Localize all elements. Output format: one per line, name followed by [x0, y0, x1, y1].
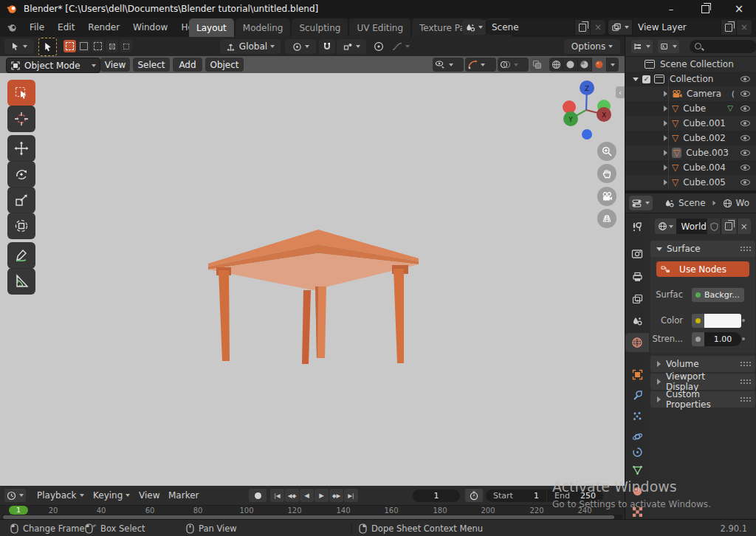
falloff-dropdown[interactable] — [388, 39, 413, 54]
tab-constraints[interactable] — [625, 443, 649, 461]
breadcrumb-scene[interactable]: Scene — [678, 198, 706, 208]
timeline-view-menu[interactable]: View — [139, 486, 159, 505]
tab-scene[interactable] — [625, 312, 649, 330]
viewport-perspective-button[interactable] — [597, 209, 616, 228]
toolbar-measure-button[interactable] — [7, 268, 35, 295]
snap-target-dropdown[interactable] — [337, 39, 366, 54]
tab-view-layer[interactable] — [625, 290, 649, 308]
outliner-row-collection[interactable]: Collection — [625, 72, 756, 86]
toolbar-rotate-button[interactable] — [7, 161, 35, 188]
scene-name-field[interactable]: Scene — [487, 20, 574, 35]
gizmos-dropdown[interactable] — [465, 58, 496, 72]
view-layer-new-button[interactable] — [721, 20, 736, 35]
xray-toggle-button[interactable] — [530, 58, 551, 72]
outliner-row-cube002[interactable]: Cube.002 — [625, 131, 756, 145]
scene-browse-button[interactable] — [462, 20, 487, 35]
3d-viewport-canvas[interactable] — [0, 56, 625, 486]
jump-to-end-button[interactable]: ▶| — [344, 489, 358, 502]
scene-unlink-button[interactable]: × — [590, 20, 605, 35]
eye-icon[interactable] — [740, 103, 751, 114]
viewport-pan-button[interactable] — [597, 164, 616, 183]
custom-properties-panel-header[interactable]: Custom Properties — [650, 391, 755, 408]
tab-object-data[interactable] — [625, 461, 649, 479]
viewport-zoom-button[interactable] — [597, 142, 616, 161]
current-frame-badge[interactable]: 1 — [9, 506, 28, 515]
timeline-ruler[interactable]: 1 20 40 60 80 100 120 140 160 180 200 22… — [0, 505, 625, 515]
shading-rendered-button[interactable] — [591, 58, 605, 72]
workspace-tab-modeling[interactable]: Modeling — [236, 18, 291, 37]
outliner-row-cube005[interactable]: Cube.005 — [625, 175, 756, 190]
workspace-tab-sculpting[interactable]: Sculpting — [292, 18, 348, 37]
collapse-arrow-icon[interactable] — [664, 179, 667, 185]
strength-socket-button[interactable] — [692, 332, 704, 346]
collapse-arrow-icon[interactable] — [664, 135, 667, 141]
volume-panel-header[interactable]: Volume — [650, 356, 755, 372]
table-leg-left[interactable] — [219, 270, 230, 361]
active-tool-dropdown[interactable] — [4, 39, 34, 54]
playback-menu[interactable]: Playback — [37, 486, 84, 505]
eye-icon[interactable] — [740, 118, 751, 128]
workspace-tab-layout[interactable]: Layout — [189, 18, 234, 37]
view-menu[interactable]: View — [100, 58, 130, 72]
collapse-arrow-icon[interactable] — [664, 91, 667, 97]
add-menu[interactable]: Add — [173, 58, 202, 72]
outliner-row-cube001[interactable]: Cube.001 — [625, 116, 756, 131]
tab-world[interactable] — [625, 333, 649, 352]
toolbar-move-button[interactable] — [7, 135, 35, 162]
table-leg-right[interactable] — [394, 269, 404, 363]
tab-particles[interactable] — [625, 407, 649, 425]
view-layer-browse-button[interactable] — [608, 20, 633, 35]
outliner-filter-dropdown[interactable] — [631, 40, 653, 53]
panel-drag-handle-icon[interactable] — [740, 361, 751, 368]
world-unlink-button[interactable]: × — [737, 219, 751, 234]
table-leg-front[interactable] — [302, 290, 311, 364]
outliner-display-mode-dropdown[interactable] — [658, 40, 679, 53]
shading-dropdown[interactable] — [606, 58, 619, 72]
toolbar-cursor-button[interactable] — [7, 106, 35, 132]
menu-file[interactable]: File — [23, 18, 51, 37]
shading-material-button[interactable] — [577, 58, 591, 72]
toolbar-select-box-button[interactable] — [7, 80, 35, 106]
outliner-row-camera[interactable]: Camera ( — [625, 86, 756, 101]
tab-tool[interactable] — [625, 218, 649, 236]
tab-render[interactable] — [625, 245, 649, 263]
animate-dot-icon[interactable] — [742, 337, 745, 340]
eye-icon[interactable] — [740, 133, 751, 143]
surface-panel-header[interactable]: Surface — [650, 241, 755, 257]
view-layer-name-field[interactable]: View Layer — [633, 20, 721, 35]
next-keyframe-button[interactable]: ◆▶ — [329, 489, 343, 502]
current-frame-field[interactable]: 1 — [413, 489, 460, 502]
tab-texture[interactable] — [625, 503, 649, 520]
outliner-row-cube003[interactable]: Cube.003 — [625, 145, 756, 160]
shading-solid-button[interactable] — [563, 58, 577, 72]
tab-material[interactable] — [625, 482, 649, 500]
prev-keyframe-button[interactable]: ◀◆ — [285, 489, 299, 502]
panel-drag-handle-icon[interactable] — [740, 246, 751, 252]
view-layer-remove-button[interactable]: × — [736, 20, 752, 35]
use-preview-range-button[interactable] — [465, 489, 483, 502]
viewport-display-panel-header[interactable]: Viewport Display — [650, 374, 755, 390]
fake-user-button[interactable] — [707, 219, 721, 234]
frame-end-field[interactable]: End 250 — [547, 489, 603, 502]
tab-modifiers[interactable] — [625, 386, 649, 404]
properties-editor-type-dropdown[interactable] — [629, 196, 653, 210]
world-copy-button[interactable] — [721, 219, 736, 234]
collection-checkbox[interactable] — [642, 75, 650, 83]
surface-shader-dropdown[interactable]: Backgr... — [692, 288, 744, 302]
strength-value-field[interactable]: 1.00 — [704, 332, 741, 346]
eye-icon[interactable] — [740, 89, 751, 99]
panel-drag-handle-icon[interactable] — [740, 379, 751, 385]
object-mode-dropdown[interactable]: Object Mode — [6, 58, 100, 73]
workspace-tab-uv-editing[interactable]: UV Editing — [349, 18, 410, 37]
collapse-arrow-icon[interactable] — [664, 106, 667, 111]
timeline-marker-menu[interactable]: Marker — [168, 486, 199, 505]
eye-icon[interactable] — [740, 162, 751, 173]
outliner-row-scene-collection[interactable]: Scene Collection — [625, 57, 756, 72]
visibility-dropdown[interactable] — [433, 58, 464, 72]
toolbar-annotate-button[interactable] — [7, 242, 35, 269]
timeline-editor-type-dropdown[interactable] — [4, 489, 26, 502]
eye-icon[interactable] — [740, 177, 751, 188]
scene-new-button[interactable] — [574, 20, 590, 35]
viewport-camera-button[interactable] — [597, 187, 616, 206]
auto-keying-button[interactable] — [249, 489, 267, 502]
